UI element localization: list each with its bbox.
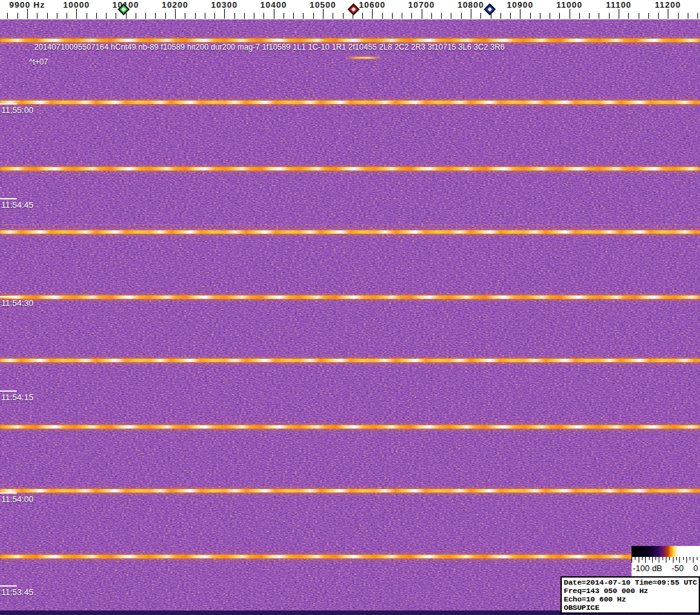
ruler-tick bbox=[27, 9, 28, 19]
time-label: 11:55:00 bbox=[1, 105, 34, 115]
ruler-tick bbox=[510, 13, 511, 19]
ruler-tick bbox=[293, 13, 294, 19]
ruler-tick bbox=[639, 13, 639, 19]
ruler-tick bbox=[57, 13, 57, 19]
ruler-tick bbox=[283, 13, 284, 19]
sweep-band bbox=[0, 489, 700, 492]
sweep-band bbox=[0, 555, 700, 558]
ruler-tick bbox=[303, 13, 304, 19]
sweep-band bbox=[0, 39, 700, 42]
ruler-tick bbox=[579, 13, 580, 19]
ruler-tick bbox=[96, 13, 97, 19]
ruler-tick bbox=[17, 13, 18, 19]
ruler-tick bbox=[116, 13, 116, 19]
ruler-tick bbox=[520, 9, 520, 19]
threshold-label: ^t+07 bbox=[29, 57, 48, 66]
ruler-tick bbox=[658, 13, 659, 19]
ruler-tick bbox=[402, 13, 402, 19]
ruler-tick bbox=[254, 13, 254, 19]
ruler-tick bbox=[500, 13, 501, 19]
ruler-tick bbox=[274, 9, 274, 19]
ruler-label: 10200 bbox=[161, 0, 188, 10]
ruler-label: 10000 bbox=[63, 0, 90, 10]
ruler-tick bbox=[550, 13, 550, 19]
sweep-band bbox=[0, 167, 700, 170]
time-tick bbox=[0, 296, 17, 297]
ruler-tick bbox=[441, 13, 442, 19]
ruler-tick bbox=[530, 13, 531, 19]
ruler-label: 10900 bbox=[507, 0, 533, 10]
ruler-tick bbox=[570, 9, 570, 19]
time-label: 11:54:00 bbox=[1, 494, 34, 504]
marker-dot bbox=[121, 7, 126, 12]
legend-max-label: 0 bbox=[694, 563, 698, 573]
spectrogram-canvas[interactable] bbox=[0, 19, 700, 615]
marker-dot bbox=[351, 7, 356, 12]
time-tick bbox=[0, 103, 17, 105]
ruler-tick bbox=[343, 13, 344, 19]
ruler-label: 11200 bbox=[655, 0, 681, 10]
ruler-tick bbox=[431, 13, 432, 19]
ruler-tick bbox=[609, 13, 610, 19]
ruler-tick bbox=[628, 13, 629, 19]
ruler-tick bbox=[471, 9, 471, 19]
ruler-tick bbox=[185, 13, 185, 19]
ruler-tick bbox=[382, 13, 383, 19]
ruler-tick bbox=[313, 13, 314, 19]
ruler-label: 10800 bbox=[457, 0, 484, 10]
ruler-tick bbox=[37, 13, 37, 19]
ruler-tick bbox=[175, 9, 176, 19]
ruler-tick bbox=[451, 13, 451, 19]
ruler-tick bbox=[136, 13, 136, 19]
marker-dot bbox=[487, 7, 491, 12]
ruler-tick bbox=[372, 9, 373, 19]
ruler-tick bbox=[422, 9, 422, 19]
sweep-band bbox=[0, 296, 700, 299]
legend-ticks bbox=[632, 557, 700, 563]
legend-min-label: -100 dB bbox=[633, 563, 663, 573]
ruler-tick bbox=[589, 13, 590, 19]
info-observatory: OBSUPICE bbox=[564, 604, 697, 612]
ruler-tick bbox=[392, 13, 393, 19]
ruler-tick bbox=[76, 9, 77, 19]
color-scale-legend: -100 dB -50 0 bbox=[632, 546, 700, 576]
ruler-tick bbox=[263, 13, 264, 19]
freq-marker-red-diamond-icon[interactable] bbox=[347, 3, 359, 15]
ruler-tick bbox=[688, 13, 688, 19]
time-tick bbox=[0, 585, 17, 587]
ruler-tick bbox=[619, 9, 619, 19]
legend-labels: -100 dB -50 0 bbox=[632, 563, 700, 574]
ruler-tick bbox=[697, 13, 698, 19]
ruler-tick bbox=[678, 13, 679, 19]
freq-marker-blue-diamond-icon[interactable] bbox=[484, 3, 495, 15]
ruler-label: 9900 Hz bbox=[9, 0, 45, 10]
detection-log-text: 20140710095507164 hCnt49 nb-89 f10589 hi… bbox=[34, 43, 504, 52]
ruler-tick bbox=[648, 13, 649, 19]
time-label: 11:54:30 bbox=[1, 298, 34, 308]
ruler-tick bbox=[599, 13, 599, 19]
ruler-tick bbox=[195, 13, 196, 19]
sweep-band bbox=[0, 101, 700, 104]
sweep-band bbox=[0, 230, 700, 234]
ruler-tick bbox=[540, 13, 540, 19]
ruler-tick bbox=[214, 13, 215, 19]
ruler-tick bbox=[461, 13, 462, 19]
ruler-tick bbox=[165, 13, 166, 19]
noise-texture bbox=[0, 19, 700, 615]
ruler-tick bbox=[333, 13, 333, 19]
ruler-tick bbox=[87, 13, 87, 19]
ruler-tick bbox=[668, 9, 668, 19]
sweep-band bbox=[0, 359, 700, 362]
ruler-label: 11000 bbox=[556, 0, 582, 10]
ruler-tick bbox=[234, 13, 235, 19]
time-label: 11:53:45 bbox=[1, 587, 34, 597]
meteor-echo-streak bbox=[347, 57, 381, 59]
meteor-spectrogram-window: 9900 Hz100001010010200103001040010500106… bbox=[0, 0, 700, 615]
ruler-tick bbox=[224, 9, 225, 19]
time-label: 11:54:15 bbox=[1, 392, 34, 402]
time-tick bbox=[0, 492, 17, 494]
ruler-tick bbox=[411, 13, 412, 19]
time-tick bbox=[0, 390, 17, 392]
ruler-label: 10700 bbox=[408, 0, 435, 10]
ruler-label: 10500 bbox=[309, 0, 336, 10]
